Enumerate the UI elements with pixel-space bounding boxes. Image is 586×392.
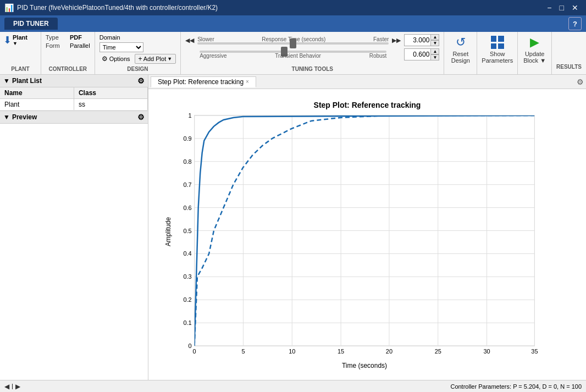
reset-label: ResetDesign <box>451 51 470 64</box>
x-tick-15: 15 <box>338 348 344 355</box>
plant-list-settings-icon[interactable]: ⚙ <box>137 76 145 85</box>
plant-list-header: ▼ Plant List ⚙ <box>0 75 148 87</box>
plant-name-cell: Plant <box>0 99 74 111</box>
transient-down[interactable]: ▼ <box>430 54 439 60</box>
tuning-section-label: TUNING TOOLS <box>185 66 439 74</box>
chart-title: Step Plot: Reference tracking <box>314 101 421 109</box>
preview-title: Preview <box>12 113 37 121</box>
left-panel: ▼ Plant List ⚙ Name Class Plant ss <box>0 75 148 380</box>
help-button[interactable]: ? <box>568 17 582 30</box>
transient-input[interactable] <box>404 48 430 60</box>
step-plot-chart: Step Plot: Reference tracking Amplitude … <box>154 95 581 374</box>
robust-label: Robust <box>369 53 387 59</box>
show-parameters-button[interactable]: ShowParameters <box>477 32 518 74</box>
response-time-up[interactable]: ▲ <box>430 34 439 40</box>
pid-tuner-tab[interactable]: PID TUNER <box>4 18 58 30</box>
x-tick-20: 20 <box>386 348 392 355</box>
add-plot-label: Add Plot <box>143 56 167 62</box>
reset-icon: ↺ <box>456 35 466 49</box>
nav-left-button[interactable]: ◀ <box>4 383 9 390</box>
reset-design-button[interactable]: ↺ ResetDesign <box>444 32 477 74</box>
design-section-label: DESIGN <box>99 66 176 74</box>
play-icon: ▶ <box>530 35 539 49</box>
class-column-header: Class <box>74 87 147 99</box>
tab-close-button[interactable]: × <box>246 79 249 85</box>
response-time-spinner: ▲ ▼ <box>430 34 439 46</box>
transient-label: Transient Behavior <box>275 53 321 59</box>
plant-section-label: PLANT <box>3 66 37 74</box>
app-tab-bar: PID TUNER ? <box>0 15 586 32</box>
x-axis-label: Time (seconds) <box>342 362 387 369</box>
plant-list-title: Plant List <box>12 77 42 85</box>
response-time-down[interactable]: ▼ <box>430 40 439 46</box>
preview-panel: ▼ Preview ⚙ <box>0 111 148 380</box>
plant-arrow: ▼ <box>13 41 27 46</box>
transient-input-group: ▲ ▼ <box>404 48 439 60</box>
update-block-label: UpdateBlock ▼ <box>523 51 546 64</box>
y-tick-10: 1 <box>189 112 192 119</box>
controller-params-status: Controller Parameters: P = 5.204, D = 0,… <box>450 383 582 390</box>
main-content: ▼ Plant List ⚙ Name Class Plant ss <box>0 75 586 380</box>
faster-right-button[interactable]: ▶▶ <box>392 37 401 44</box>
form-value: Parallel <box>70 42 90 49</box>
plant-label: Plant <box>13 34 27 41</box>
chart-container: Step Plot: Reference tracking Amplitude … <box>148 89 586 380</box>
x-tick-10: 10 <box>289 348 295 355</box>
plot-tabs: Step Plot: Reference tracking × ⚙ <box>148 75 586 89</box>
y-tick-05: 0.5 <box>183 228 191 234</box>
domain-select[interactable]: Time Frequency <box>99 42 143 52</box>
results-section: RESULTS <box>552 32 586 74</box>
x-tick-25: 25 <box>435 348 441 355</box>
y-tick-08: 0.8 <box>183 158 191 165</box>
plant-button[interactable]: ⬇ Plant ▼ <box>3 34 37 46</box>
nav-right-button[interactable]: ▶ <box>15 383 20 390</box>
add-plot-button[interactable]: + Add Plot ▼ <box>135 54 176 64</box>
design-section: Domain Time Frequency ⚙ Options + Add Pl… <box>95 32 181 74</box>
preview-header: ▼ Preview ⚙ <box>0 111 148 124</box>
status-nav: ◀ | ▶ <box>4 383 20 390</box>
y-tick-03: 0.3 <box>183 273 191 280</box>
response-time-input-group: ▲ ▼ <box>404 34 439 46</box>
controller-section: Type PDF Form Parallel CONTROLLER <box>41 32 95 74</box>
plant-list-panel: ▼ Plant List ⚙ Name Class Plant ss <box>0 75 148 111</box>
response-time-input[interactable] <box>404 34 430 46</box>
step-plot-tab-label: Step Plot: Reference tracking <box>158 78 244 86</box>
minimize-button[interactable]: − <box>544 3 555 12</box>
slower-left-button[interactable]: ◀◀ <box>185 37 194 44</box>
add-icon: + <box>139 55 142 63</box>
plant-section: ⬇ Plant ▼ PLANT <box>0 32 41 74</box>
type-value: PDF <box>70 34 82 41</box>
preview-collapse-icon[interactable]: ▼ <box>3 113 10 121</box>
plot-settings-icon[interactable]: ⚙ <box>577 78 584 86</box>
update-block-button[interactable]: ▶ UpdateBlock ▼ <box>518 32 552 74</box>
preview-settings-icon[interactable]: ⚙ <box>137 113 145 122</box>
y-axis-label: Amplitude <box>164 217 172 247</box>
show-params-label: ShowParameters <box>482 51 513 64</box>
x-tick-30: 30 <box>483 348 490 355</box>
chart-grid <box>195 115 535 346</box>
results-label: RESULTS <box>556 64 582 72</box>
controller-section-label: CONTROLLER <box>46 66 90 74</box>
window-title: PID Tuner (fiveVehiclePlatoonTuned/4th w… <box>17 4 218 12</box>
options-button[interactable]: ⚙ Options <box>99 54 132 63</box>
plant-down-arrow-icon: ⬇ <box>3 34 12 46</box>
y-tick-04: 0.4 <box>183 250 191 257</box>
step-plot-tab[interactable]: Step Plot: Reference tracking × <box>151 76 256 87</box>
plant-list-collapse-icon[interactable]: ▼ <box>3 77 10 85</box>
table-row[interactable]: Plant ss <box>0 99 148 111</box>
x-tick-35: 35 <box>531 348 538 355</box>
transient-spinner: ▲ ▼ <box>430 48 439 60</box>
response-time-slider[interactable] <box>197 42 389 45</box>
type-label: Type <box>46 34 68 41</box>
domain-label: Domain <box>99 34 120 41</box>
plot-area: Step Plot: Reference tracking × ⚙ Step P… <box>148 75 586 380</box>
form-label: Form <box>46 42 68 49</box>
close-button[interactable]: ✕ <box>568 3 582 12</box>
options-label: Options <box>109 56 130 62</box>
transient-up[interactable]: ▲ <box>430 48 439 54</box>
tuning-section: ◀◀ Slower Response Time (seconds) Faster… <box>181 32 444 74</box>
maximize-button[interactable]: □ <box>556 3 567 12</box>
app-icon: 📊 <box>4 3 14 12</box>
y-tick-0: 0 <box>189 343 192 349</box>
x-tick-0: 0 <box>193 348 196 355</box>
